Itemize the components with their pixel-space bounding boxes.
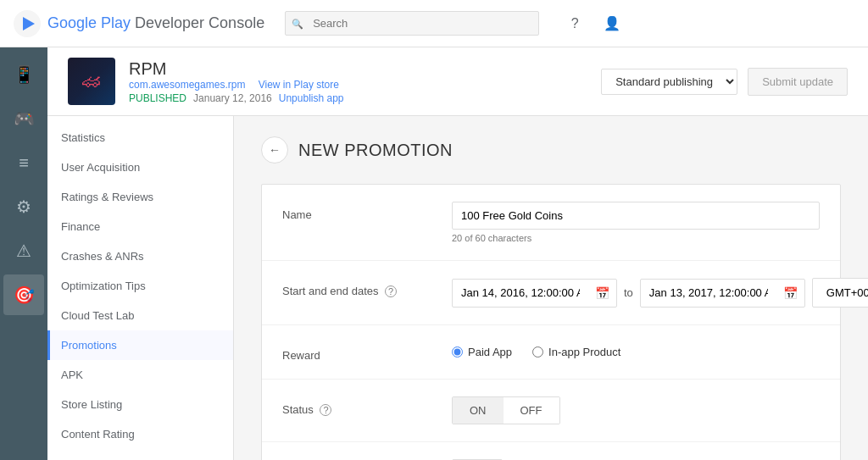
status-label: Status ? xyxy=(282,396,452,416)
header-actions: Standard publishing Submit update xyxy=(601,68,848,96)
start-date-input[interactable] xyxy=(453,280,588,306)
end-date-input[interactable] xyxy=(641,280,776,306)
dates-field: 📅 to 📅 GMT+00:00 xyxy=(452,278,868,308)
status-help-icon[interactable]: ? xyxy=(320,404,331,416)
sidebar-item-statistics[interactable]: Statistics xyxy=(47,123,233,152)
sidebar-item-user-acquisition[interactable]: User Acquisition xyxy=(47,152,233,182)
status-row: Status ? ON OFF xyxy=(262,380,840,442)
status-published: PUBLISHED xyxy=(129,92,186,104)
timezone-select[interactable]: GMT+00:00 xyxy=(812,278,868,308)
status-date: January 12, 2016 xyxy=(193,92,272,104)
unpublish-link[interactable]: Unpublish app xyxy=(279,92,344,104)
name-field: 20 of 60 characters xyxy=(452,202,820,243)
status-toggle-group: ON OFF xyxy=(452,396,560,424)
promotion-form: Name 20 of 60 characters Start and end d… xyxy=(261,184,841,460)
icon-nav-settings[interactable]: ⚙ xyxy=(3,186,44,227)
help-button[interactable]: ? xyxy=(559,8,590,39)
sidebar-item-promotions[interactable]: Promotions xyxy=(47,330,233,360)
app-info: RPM com.awesomegames.rpm View in Play st… xyxy=(129,59,587,104)
sidebar: Statistics User Acquisition Ratings & Re… xyxy=(47,116,234,460)
reward-field: Paid App In-app Product xyxy=(452,342,820,358)
app-name: RPM xyxy=(129,59,587,79)
app-header: 🏎 RPM com.awesomegames.rpm View in Play … xyxy=(47,47,868,116)
sidebar-item-crashes[interactable]: Crashes & ANRs xyxy=(47,241,233,271)
promo-codes-row: Number of promo codes codes After you cr… xyxy=(262,442,840,460)
sidebar-item-store-listing[interactable]: Store Listing xyxy=(47,390,233,419)
app-package: com.awesomegames.rpm View in Play store xyxy=(129,79,587,91)
paid-app-option[interactable]: Paid App xyxy=(452,346,512,358)
icon-nav-alerts[interactable]: ⚠ xyxy=(3,230,44,271)
icon-nav-stats[interactable]: ≡ xyxy=(3,142,44,183)
sidebar-item-content-rating[interactable]: Content Rating xyxy=(47,419,233,449)
icon-nav-apps[interactable]: 📱 xyxy=(3,54,44,95)
in-app-product-option[interactable]: In-app Product xyxy=(532,346,620,358)
in-app-product-label: In-app Product xyxy=(548,346,620,358)
dates-row: Start and end dates ? 📅 to xyxy=(262,261,840,325)
name-label: Name xyxy=(282,202,452,221)
play-logo-icon xyxy=(14,10,41,37)
end-calendar-icon[interactable]: 📅 xyxy=(776,280,804,307)
status-field: ON OFF xyxy=(452,396,820,424)
dates-label: Start and end dates ? xyxy=(282,278,452,297)
reward-radio-group: Paid App In-app Product xyxy=(452,342,820,358)
start-date-wrapper: 📅 xyxy=(452,279,617,308)
sidebar-item-cloud-test[interactable]: Cloud Test Lab xyxy=(47,301,233,330)
paid-app-radio[interactable] xyxy=(452,346,463,357)
sidebar-item-ratings-reviews[interactable]: Ratings & Reviews xyxy=(47,182,233,212)
reward-label: Reward xyxy=(282,342,452,362)
date-separator: to xyxy=(624,286,633,299)
icon-nav: 📱 🎮 ≡ ⚙ ⚠ 🎯 xyxy=(0,47,47,460)
app-icon-img: 🏎 xyxy=(68,58,115,105)
reward-row: Reward Paid App In-app Product xyxy=(262,325,840,380)
name-input[interactable] xyxy=(452,202,820,230)
status-on-button[interactable]: ON xyxy=(453,397,504,424)
view-in-store-link[interactable]: View in Play store xyxy=(259,79,339,91)
top-nav: Google Play Developer Console ? 👤 xyxy=(0,0,868,47)
sidebar-item-pricing[interactable]: Pricing & Distribution xyxy=(47,449,233,460)
date-row: 📅 to 📅 GMT+00:00 xyxy=(452,278,868,308)
submit-update-button[interactable]: Submit update xyxy=(748,68,848,96)
search-bar[interactable] xyxy=(285,11,539,36)
account-button[interactable]: 👤 xyxy=(597,8,627,39)
page-header: ← NEW PROMOTION xyxy=(261,136,841,163)
publishing-mode-select[interactable]: Standard publishing xyxy=(601,69,737,95)
end-date-wrapper: 📅 xyxy=(640,279,805,308)
main-layout: 📱 🎮 ≡ ⚙ ⚠ 🎯 🏎 RPM com.awesomegames.rpm V… xyxy=(0,47,868,460)
back-button[interactable]: ← xyxy=(261,136,288,163)
app-status: PUBLISHED January 12, 2016 Unpublish app xyxy=(129,92,587,104)
page-title: NEW PROMOTION xyxy=(298,141,453,160)
sidebar-item-optimization[interactable]: Optimization Tips xyxy=(47,271,233,301)
app-icon: 🏎 xyxy=(68,58,115,105)
start-calendar-icon[interactable]: 📅 xyxy=(588,280,616,307)
page-content: ← NEW PROMOTION Name 20 of 60 characters xyxy=(234,116,868,460)
dates-help-icon[interactable]: ? xyxy=(385,285,397,297)
name-char-count: 20 of 60 characters xyxy=(452,233,820,243)
status-off-button[interactable]: OFF xyxy=(504,397,559,424)
paid-app-label: Paid App xyxy=(468,346,512,358)
sidebar-item-apk[interactable]: APK xyxy=(47,360,233,390)
content-area: 🏎 RPM com.awesomegames.rpm View in Play … xyxy=(47,47,868,460)
sidebar-item-finance[interactable]: Finance xyxy=(47,212,233,241)
logo: Google Play Developer Console xyxy=(14,10,264,37)
nav-icons: ? 👤 xyxy=(559,8,627,39)
name-row: Name 20 of 60 characters xyxy=(262,185,840,261)
search-input[interactable] xyxy=(285,11,539,36)
icon-nav-games[interactable]: 🎮 xyxy=(3,98,44,139)
app-title: Google Play Developer Console xyxy=(47,14,264,32)
icon-nav-promotions[interactable]: 🎯 xyxy=(3,274,44,315)
in-app-product-radio[interactable] xyxy=(532,346,543,357)
